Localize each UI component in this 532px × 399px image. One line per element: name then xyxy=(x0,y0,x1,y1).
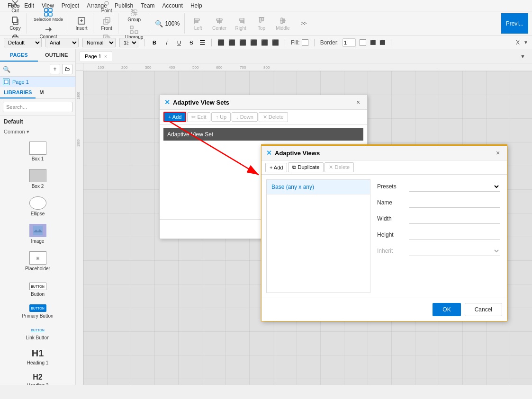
more-button[interactable]: >> xyxy=(296,20,313,27)
underline-button[interactable]: U xyxy=(175,38,183,47)
library-search-input[interactable] xyxy=(3,102,72,112)
av-add-button[interactable]: + Add xyxy=(265,163,287,172)
menu-account[interactable]: Account xyxy=(159,1,187,10)
align-left-button[interactable]: Left xyxy=(189,15,207,32)
height-input[interactable] xyxy=(409,230,500,240)
selection-mode-button[interactable]: Selection Mode xyxy=(32,7,65,23)
box1-preview xyxy=(29,142,46,155)
cut-button[interactable]: Cut xyxy=(7,0,24,14)
group-button[interactable]: Group xyxy=(126,7,143,23)
search-icon[interactable]: 🔍 xyxy=(3,66,10,73)
page1-tab[interactable]: Page 1 × xyxy=(80,51,112,61)
av-close-button[interactable]: × xyxy=(494,149,502,157)
outline-tab[interactable]: OUTLINE xyxy=(38,49,76,62)
text-justify-icon[interactable]: ⬛ xyxy=(250,39,257,46)
list-icon[interactable]: ☰ xyxy=(199,39,206,46)
horizontal-ruler: 100 200 300 400 500 600 700 800 xyxy=(83,63,532,71)
text-more-icon[interactable]: ⬛ xyxy=(272,39,279,46)
component-primary-button[interactable]: BUTTON Primary Button xyxy=(4,302,72,320)
page1-tab-close[interactable]: × xyxy=(104,54,107,59)
front-button[interactable]: Front xyxy=(98,15,115,32)
text-spacing-icon[interactable]: ⬛ xyxy=(261,39,268,46)
width-input[interactable] xyxy=(409,213,500,224)
component-box1[interactable]: Box 1 xyxy=(4,140,72,163)
menu-help[interactable]: Help xyxy=(187,1,206,10)
weight-select[interactable]: Normal xyxy=(82,38,116,47)
av-list-item-base[interactable]: Base (any x any) xyxy=(267,180,370,195)
canvas[interactable]: ✕ Adaptive View Sets × + Add ✏ Edit ↑ Up… xyxy=(83,71,532,385)
folder-button[interactable]: 🗁 xyxy=(62,64,72,74)
inherit-row: Inherit xyxy=(377,246,500,256)
name-input[interactable] xyxy=(409,197,500,208)
bold-button[interactable]: B xyxy=(150,38,159,47)
avs-down-button[interactable]: ↓ Down xyxy=(232,112,258,122)
align-center-button[interactable]: Center xyxy=(210,15,228,32)
collapse-icon[interactable]: ▼ xyxy=(523,40,528,45)
av-duplicate-button[interactable]: ⧉ Duplicate xyxy=(288,162,324,172)
add-page-button[interactable]: + xyxy=(50,64,60,74)
avs-title-text: Adaptive View Sets xyxy=(173,99,229,106)
component-ellipse[interactable]: Ellipse xyxy=(4,195,72,218)
border-more-icon[interactable]: ⬛ xyxy=(379,40,385,45)
component-box2[interactable]: Box 2 xyxy=(4,167,72,191)
placeholder-label: Placeholder xyxy=(25,266,50,271)
strikethrough-button[interactable]: S xyxy=(187,38,196,47)
font-select[interactable]: Arial xyxy=(45,38,79,47)
avs-row-1[interactable]: Adaptive View Set xyxy=(163,128,363,141)
pages-tab[interactable]: PAGES xyxy=(0,49,38,62)
avs-up-button[interactable]: ↑ Up xyxy=(211,112,231,122)
collapse-panel-icon[interactable]: ▼ xyxy=(517,53,528,60)
component-h1[interactable]: H1 Heading 1 xyxy=(4,346,72,367)
separator-2 xyxy=(211,39,212,46)
text-align-right-icon[interactable]: ⬛ xyxy=(239,39,246,46)
h1-label: Heading 1 xyxy=(27,360,49,365)
border-color-swatch[interactable] xyxy=(360,39,366,46)
fill-color-swatch[interactable] xyxy=(302,39,308,46)
page-item-1[interactable]: Page 1 xyxy=(0,77,75,87)
insert-button[interactable]: Insert xyxy=(73,15,90,32)
avs-close-button[interactable]: × xyxy=(354,98,362,106)
border-style-icon[interactable]: ⬛ xyxy=(370,40,376,45)
copy-button[interactable]: Copy xyxy=(7,15,24,32)
component-placeholder[interactable]: ▣ Placeholder xyxy=(4,249,72,273)
presets-select[interactable] xyxy=(409,181,500,192)
av-delete-button[interactable]: ✕ Delete xyxy=(325,162,354,172)
align-middle-button[interactable]: Middle xyxy=(274,15,291,32)
libraries-tab[interactable]: LIBRARIES xyxy=(0,87,36,98)
image-preview xyxy=(29,224,46,237)
zoom-value[interactable]: 100% xyxy=(165,20,180,27)
component-button[interactable]: BUTTON Button xyxy=(4,281,72,299)
common-section[interactable]: Common ▾ xyxy=(0,128,75,136)
av-ok-button[interactable]: OK xyxy=(433,303,460,316)
align-top-button[interactable]: Top xyxy=(253,15,270,32)
italic-button[interactable]: I xyxy=(162,38,171,47)
component-link-button[interactable]: BUTTON Link Button xyxy=(4,324,72,342)
size-select[interactable]: 13 xyxy=(119,38,138,47)
svg-text:200: 200 xyxy=(121,65,128,70)
default-section-title: Default xyxy=(0,115,75,128)
group-section: Group Ungroup xyxy=(120,13,148,34)
avs-edit-button[interactable]: ✏ Edit xyxy=(187,112,210,122)
pages-actions: 🔍 + 🗁 xyxy=(0,62,75,77)
text-align-left-icon[interactable]: ⬛ xyxy=(217,39,225,46)
close-format-button[interactable]: X xyxy=(516,39,520,46)
align-right-button[interactable]: Right xyxy=(232,15,249,32)
avs-delete-button[interactable]: ✕ Delete xyxy=(259,112,288,122)
component-h2[interactable]: H2 Heading 2 xyxy=(4,371,72,385)
point-button[interactable]: Point xyxy=(98,0,115,14)
avs-add-button[interactable]: + Add xyxy=(163,112,186,122)
av-cancel-button[interactable]: Cancel xyxy=(465,303,502,316)
fill-label: Fill: xyxy=(291,39,300,46)
preview-button[interactable]: Previ... xyxy=(501,13,528,34)
svg-point-19 xyxy=(105,1,108,5)
tab-bar: Page 1 × ▼ xyxy=(76,49,532,63)
h1-preview: H1 xyxy=(32,348,44,359)
inherit-select[interactable] xyxy=(409,246,500,256)
border-width-input[interactable] xyxy=(343,38,356,47)
style-select[interactable]: Default xyxy=(4,38,42,47)
text-align-center-icon[interactable]: ⬛ xyxy=(228,39,235,46)
svg-text:1900: 1900 xyxy=(77,139,80,147)
box2-label: Box 2 xyxy=(32,184,44,189)
my-libs-tab[interactable]: M xyxy=(36,87,47,98)
component-image[interactable]: Image xyxy=(4,222,72,246)
